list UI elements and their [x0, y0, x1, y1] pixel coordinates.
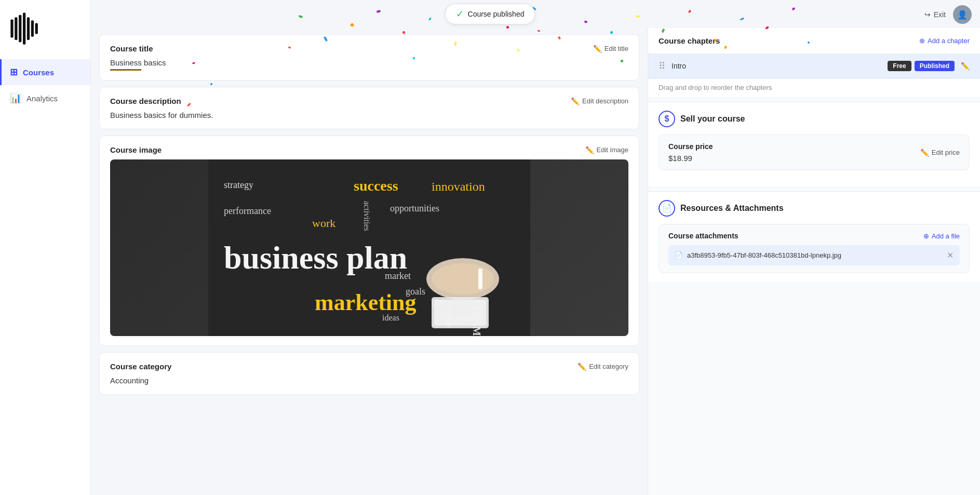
attachment-name: 📄 a3fb8953-9fb5-47bf-803f-468c510381bd-l…: [675, 251, 841, 259]
sell-section: $ Sell your course Course price $18.99 ✏…: [648, 102, 980, 186]
confetti-dot: [299, 15, 303, 18]
left-panel: Course title ✏️ Edit title Business basi…: [91, 28, 648, 495]
svg-text:ideas: ideas: [382, 313, 399, 322]
svg-text:opportunities: opportunities: [390, 203, 439, 213]
svg-text:activities: activities: [363, 201, 371, 231]
svg-text:goals: goals: [406, 286, 425, 297]
course-image-header: Course image ✏️ Edit image: [110, 145, 628, 154]
plus-file-icon: ⊕: [923, 232, 929, 240]
svg-rect-3: [23, 12, 25, 44]
confetti-dot: [636, 15, 640, 17]
edit-image-label: Edit image: [597, 146, 628, 154]
sidebar-item-courses[interactable]: ⊞ Courses: [0, 59, 90, 85]
course-description-card: Course description ✏️ Edit description B…: [99, 87, 639, 129]
svg-rect-6: [35, 23, 38, 34]
plus-icon: ⊕: [919, 37, 925, 45]
course-image-card: Course image ✏️ Edit image success innov…: [99, 136, 639, 346]
right-panel: Course chapters ⊕ Add a chapter ⠿ Intro …: [648, 28, 980, 495]
svg-rect-1: [15, 17, 17, 40]
edit-title-button[interactable]: ✏️ Edit title: [593, 45, 628, 53]
svg-text:business plan: business plan: [224, 240, 407, 275]
add-file-label: Add a file: [932, 232, 960, 240]
confetti-dot: [688, 9, 692, 13]
course-image-preview: success innovation marketing work strate…: [110, 159, 628, 336]
attachments-card: Course attachments ⊕ Add a file 📄 a3fb89…: [659, 224, 970, 273]
attachment-item: 📄 a3fb8953-9fb5-47bf-803f-468c510381bd-l…: [668, 245, 960, 265]
course-category-header: Course category ✏️ Edit category: [110, 362, 628, 371]
published-badge: ✓ Course published: [445, 4, 535, 24]
chapter-name: Intro: [672, 62, 881, 70]
course-title-value: Business basics: [110, 58, 628, 67]
svg-text:marketing: marketing: [315, 290, 417, 315]
chapters-section-header: Course chapters ⊕ Add a chapter: [648, 28, 980, 54]
edit-image-button[interactable]: ✏️ Edit image: [585, 146, 628, 154]
course-image-label: Course image: [110, 145, 162, 154]
svg-rect-27: [478, 269, 482, 289]
price-card: Course price $18.99 ✏️ Edit price: [659, 135, 970, 170]
remove-attachment-button[interactable]: ✕: [947, 250, 954, 260]
free-badge: Free: [888, 61, 911, 71]
course-category-card: Course category ✏️ Edit category Account…: [99, 352, 639, 395]
svg-rect-5: [31, 20, 34, 37]
edit-category-label: Edit category: [589, 363, 628, 370]
published-badge-chapter: Published: [915, 61, 955, 71]
confetti-dot: [377, 10, 381, 13]
check-icon: ✓: [456, 8, 464, 20]
svg-text:market: market: [385, 271, 411, 281]
sidebar-item-analytics[interactable]: 📊 Analytics: [0, 85, 90, 111]
course-category-label: Course category: [110, 362, 171, 371]
pencil-icon: ✏️: [593, 45, 602, 53]
svg-rect-2: [19, 15, 21, 43]
document-icon: 📄: [659, 200, 675, 217]
attachments-header: Course attachments ⊕ Add a file: [668, 232, 960, 240]
edit-title-label: Edit title: [605, 45, 628, 52]
svg-rect-4: [27, 17, 30, 40]
drag-handle-icon[interactable]: ⠿: [659, 60, 665, 72]
main-content: Course title ✏️ Edit title Business basi…: [91, 28, 980, 495]
attachment-filename: a3fb8953-9fb5-47bf-803f-468c510381bd-lpn…: [687, 251, 841, 259]
resources-title-label: Resources & Attachments: [680, 204, 784, 213]
confetti-dot: [791, 7, 795, 11]
price-label: Course price: [668, 142, 713, 151]
sell-title: $ Sell your course: [659, 111, 970, 127]
course-description-value: Business basics for dummies.: [110, 111, 628, 119]
chapter-edit-button[interactable]: ✏️: [961, 62, 970, 70]
svg-text:innovation: innovation: [432, 180, 485, 193]
add-file-button[interactable]: ⊕ Add a file: [923, 232, 960, 240]
sidebar-item-analytics-label: Analytics: [26, 94, 58, 103]
sidebar-item-courses-label: Courses: [23, 68, 54, 77]
attachments-label: Course attachments: [668, 232, 739, 240]
chapter-badges: Free Published: [888, 61, 955, 71]
avatar[interactable]: 👤: [953, 5, 972, 24]
svg-rect-29: [434, 300, 486, 326]
course-title-label: Course title: [110, 44, 153, 53]
top-bar: ✓ Course published: [0, 0, 980, 28]
published-label: Course published: [468, 10, 525, 18]
add-chapter-label: Add a chapter: [928, 37, 970, 45]
course-title-card: Course title ✏️ Edit title Business basi…: [99, 34, 639, 81]
edit-category-button[interactable]: ✏️ Edit category: [578, 363, 628, 371]
chapters-title: Course chapters: [659, 36, 720, 45]
price-info: Course price $18.99: [668, 142, 713, 163]
pencil-icon-cat: ✏️: [578, 363, 586, 371]
chapter-item: ⠿ Intro Free Published ✏️: [648, 54, 980, 78]
confetti-dot: [740, 17, 745, 20]
sell-title-label: Sell your course: [680, 114, 745, 124]
analytics-icon: 📊: [10, 92, 21, 104]
price-value: $18.99: [668, 154, 713, 163]
course-description-header: Course description ✏️ Edit description: [110, 97, 628, 105]
exit-label: Exit: [934, 10, 946, 19]
svg-text:strategy: strategy: [224, 180, 253, 190]
add-chapter-button[interactable]: ⊕ Add a chapter: [919, 37, 970, 45]
exit-button[interactable]: ↪ Exit: [924, 10, 946, 19]
course-title-header: Course title ✏️ Edit title: [110, 44, 628, 53]
top-right-actions: ↪ Exit 👤: [924, 5, 972, 24]
edit-description-button[interactable]: ✏️ Edit description: [571, 97, 628, 105]
svg-text:success: success: [354, 178, 398, 194]
course-description-label: Course description: [110, 97, 181, 105]
course-category-value: Accounting: [110, 376, 628, 385]
confetti-dot: [584, 20, 588, 23]
edit-price-button[interactable]: ✏️ Edit price: [920, 149, 960, 157]
pencil-icon-price: ✏️: [920, 149, 929, 157]
pencil-icon-img: ✏️: [585, 146, 594, 154]
